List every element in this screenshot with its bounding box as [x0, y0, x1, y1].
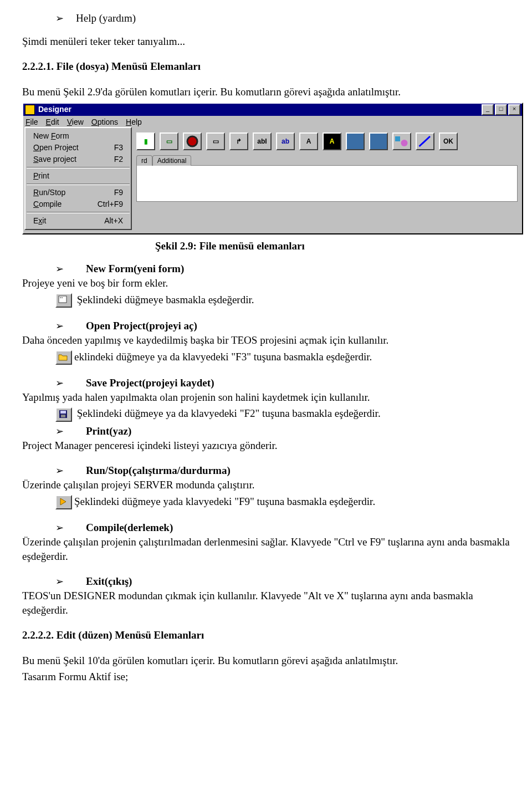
menu-file[interactable]: File [25, 117, 38, 127]
close-button[interactable]: × [508, 104, 520, 115]
intro-line: Şimdi menüleri teker teker tanıyalım... [22, 34, 510, 49]
run-play-icon [55, 495, 72, 509]
svg-rect-5 [59, 296, 66, 303]
tool-button-line[interactable] [416, 132, 434, 150]
outro-l1: Bu menü Şekil 10'da görülen komutları iç… [22, 654, 510, 668]
save-l1: Yapılmış yada halen yapılmakta olan proj… [22, 390, 510, 405]
file-dropdown: New Form Open ProjectF3 Save projectF2 P… [24, 127, 132, 229]
tool-button-dots2[interactable] [369, 132, 388, 150]
menubar: File Edit View Options Help [23, 116, 522, 129]
open-l2: eklindeki düğmeye ya da klavyedeki "F3" … [74, 351, 372, 363]
svg-point-1 [188, 137, 197, 146]
tool-button-A1[interactable]: A [299, 132, 318, 150]
svg-rect-2 [395, 136, 400, 141]
bullet-arrow-icon: ➢ [55, 464, 64, 477]
print-heading: Print(yaz) [86, 424, 131, 438]
save-heading: Save Project(projeyi kaydet) [86, 376, 214, 390]
dd-compile[interactable]: CompileCtrl+F9 [25, 198, 131, 210]
section-2222-heading: 2.2.2.2. Edit (düzen) Menüsü Elemanları [22, 628, 510, 642]
compile-l1: Üzerinde çalışılan projenin çalıştırılma… [22, 535, 510, 563]
dd-open-project[interactable]: Open ProjectF3 [25, 142, 131, 154]
svg-point-3 [401, 140, 408, 146]
dd-run-stop[interactable]: Run/StopF9 [25, 187, 131, 198]
dd-separator [27, 167, 130, 169]
newform-l1: Projeye yeni ve boş bir form ekler. [22, 276, 510, 290]
dd-exit[interactable]: ExitAlt+X [25, 215, 131, 227]
designer-window: Designer _ □ × File Edit View Options He… [22, 103, 523, 234]
svg-marker-11 [60, 498, 66, 505]
newform-toolbar-icon [55, 293, 72, 308]
open-folder-icon [55, 350, 72, 365]
window-title: Designer [38, 104, 71, 115]
bullet-arrow-icon: ➢ [55, 262, 64, 275]
run-l2: Şeklindeki düğmeye yada klavyedeki "F9" … [74, 496, 375, 507]
svg-line-4 [420, 136, 431, 146]
save-l2: Şeklindeki düğmeye ya da klavyedeki "F2"… [77, 407, 381, 419]
dd-new-form[interactable]: New Form [25, 130, 131, 142]
bullet-arrow-icon: ➢ [55, 521, 64, 534]
run-l1: Üzerinde çalışılan projeyi SERVER modund… [22, 478, 510, 492]
tool-button-ab[interactable]: ab [276, 132, 295, 150]
tool-button-A2[interactable]: A [323, 132, 341, 150]
menu-edit[interactable]: Edit [46, 117, 59, 127]
dd-separator [27, 183, 130, 185]
open-heading: Open Project(projeyi aç) [86, 319, 197, 333]
compile-heading: Compile(derlemek) [86, 521, 173, 535]
tab-strip: rd Additional [136, 155, 518, 166]
tool-button-ok[interactable]: OK [439, 132, 458, 150]
tool-button-1[interactable]: ▮ [136, 132, 155, 150]
intro-desc: Bu menü Şekil 2.9'da görülen komutları i… [22, 85, 510, 99]
menu-view[interactable]: View [67, 117, 84, 127]
minimize-button[interactable]: _ [482, 104, 494, 115]
save-floppy-icon [55, 407, 72, 422]
client-area [136, 165, 518, 202]
bullet-arrow-icon: ➢ [55, 12, 64, 25]
help-heading: Help (yardım) [76, 11, 136, 25]
tab-rd[interactable]: rd [136, 155, 152, 166]
tool-button-dots1[interactable] [346, 132, 365, 150]
titlebar: Designer _ □ × [23, 104, 522, 116]
svg-rect-9 [60, 411, 66, 414]
newform-l2: Şeklindeki düğmeye basmakla eşdeğerdir. [77, 294, 254, 305]
bullet-arrow-icon: ➢ [55, 376, 64, 390]
run-heading: Run/Stop(çalıştırma/durdurma) [86, 463, 231, 478]
figure-caption: Şekil 2.9: File menüsü elemanları [155, 239, 510, 253]
dd-separator [27, 212, 130, 213]
tool-button-5[interactable]: ↱ [229, 132, 248, 150]
svg-rect-6 [60, 297, 61, 298]
open-l1: Daha önceden yapılmış ve kaydedilmiş baş… [22, 333, 510, 348]
tool-button-gauge[interactable] [183, 132, 202, 150]
svg-rect-7 [62, 297, 63, 298]
maximize-button[interactable]: □ [495, 104, 507, 115]
svg-rect-10 [61, 415, 65, 417]
menu-options[interactable]: Options [91, 117, 118, 127]
toolbar: ▮ ▭ ▭ ↱ abI ab A A OK [136, 131, 518, 151]
app-icon [25, 105, 35, 115]
section-2221-heading: 2.2.2.1. File (dosya) Menüsü Elemanları [22, 59, 510, 74]
dd-print[interactable]: Print [25, 170, 131, 182]
exit-heading: Exit(çıkış) [86, 574, 132, 589]
tool-button-abI[interactable]: abI [253, 132, 272, 150]
tool-button-shapes[interactable] [392, 132, 411, 150]
print-l1: Project Manager penceresi içindeki liste… [22, 438, 510, 453]
bullet-arrow-icon: ➢ [55, 319, 64, 333]
exit-l1: TEOS'un DESIGNER modundan çıkmak için ku… [22, 589, 510, 617]
tab-additional[interactable]: Additional [152, 155, 192, 166]
tool-button-4[interactable]: ▭ [206, 132, 225, 150]
tool-button-2[interactable]: ▭ [160, 132, 178, 150]
menu-help[interactable]: Help [126, 117, 142, 127]
bullet-arrow-icon: ➢ [55, 425, 64, 438]
newform-heading: New Form(yeni form) [86, 262, 184, 276]
bullet-arrow-icon: ➢ [55, 575, 64, 588]
dd-save-project[interactable]: Save projectF2 [25, 154, 131, 165]
outro-l2: Tasarım Formu Aktif ise; [22, 670, 510, 684]
